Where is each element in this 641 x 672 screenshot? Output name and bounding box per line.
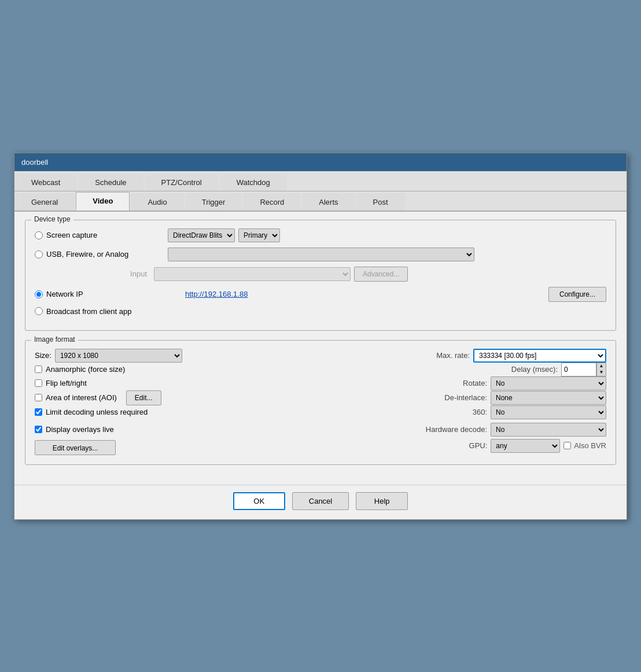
tab-general[interactable]: General [14, 193, 75, 211]
also-bvr-checkbox[interactable] [563, 442, 571, 449]
delay-label: Delay (msec): [511, 365, 558, 374]
size-col: Size: 640 x 480 1280 x 720 1920 x 1080 3… [35, 349, 318, 363]
tab-ptz-control[interactable]: PTZ/Control [145, 173, 219, 191]
tab-watchdog[interactable]: Watchdog [220, 173, 287, 191]
configure-button[interactable]: Configure... [548, 287, 606, 302]
network-ip-url[interactable]: http://192.168.1.88 [185, 290, 248, 298]
hwdecode-select[interactable]: No Yes [491, 423, 606, 437]
tab-record[interactable]: Record [243, 193, 301, 211]
image-format-label: Image format [31, 335, 78, 344]
anamorphic-col: Anamorphic (force size) [35, 365, 318, 374]
usb-device-select[interactable] [168, 248, 474, 261]
flip-col: Flip left/right [35, 379, 318, 387]
help-button[interactable]: Help [356, 492, 408, 510]
screen-capture-radio-label[interactable]: Screen capture [35, 231, 162, 239]
also-bvr-label[interactable]: Also BVR [563, 441, 606, 450]
size-label: Size: [35, 351, 51, 360]
anamorphic-check-label[interactable]: Anamorphic (force size) [35, 365, 125, 374]
limit-360-row: Limit decoding unless required 360: No Y… [35, 405, 606, 419]
flip-check-label[interactable]: Flip left/right [35, 379, 87, 387]
ok-button[interactable]: OK [233, 492, 285, 510]
edit-overlays-col: Edit overlays... [35, 437, 318, 455]
edit-overlays-button[interactable]: Edit overlays... [35, 440, 116, 455]
overlays-col: Display overlays live [35, 425, 318, 434]
limit-check-label[interactable]: Limit decoding unless required [35, 408, 148, 416]
screen-capture-radio[interactable] [35, 231, 43, 239]
tab-trigger[interactable]: Trigger [185, 193, 242, 211]
rotate-select[interactable]: No 90 CW 90 CCW 180 [491, 376, 606, 390]
display-overlays-checkbox[interactable] [35, 426, 42, 433]
delay-col: Delay (msec): 0 ▲ ▼ [323, 363, 606, 376]
input-row: Input Advanced... [35, 267, 606, 282]
usb-select-wrap [168, 248, 474, 261]
deinterlace-label: De-interlace: [444, 393, 487, 402]
network-ip-radio[interactable] [35, 290, 43, 298]
delay-down-btn[interactable]: ▼ [596, 370, 606, 376]
gpu-col: GPU: any Also BVR [323, 439, 606, 453]
network-ip-radio-label[interactable]: Network IP [35, 290, 162, 298]
gpu-label: GPU: [469, 441, 488, 450]
size-select[interactable]: 640 x 480 1280 x 720 1920 x 1080 3840 x … [55, 349, 182, 363]
device-type-group: Device type Screen capture DirectDraw Bl… [25, 220, 616, 331]
aoi-checkbox[interactable] [35, 394, 42, 401]
delay-spinner-wrap: 0 ▲ ▼ [561, 363, 606, 376]
size-maxrate-row: Size: 640 x 480 1280 x 720 1920 x 1080 3… [35, 349, 606, 363]
tab-alerts[interactable]: Alerts [302, 193, 355, 211]
hwdecode-label: Hardware decode: [426, 425, 487, 434]
aoi-check-label[interactable]: Area of interest (AOI) [35, 393, 117, 402]
delay-input[interactable]: 0 [561, 363, 596, 376]
broadcast-radio[interactable] [35, 307, 43, 315]
tab-schedule[interactable]: Schedule [78, 173, 143, 191]
usb-radio[interactable] [35, 250, 43, 259]
advanced-button[interactable]: Advanced... [354, 267, 408, 282]
limit-checkbox[interactable] [35, 408, 42, 416]
top-tab-row: Webcast Schedule PTZ/Control Watchdog [14, 171, 627, 191]
input-label: Input [35, 269, 150, 278]
primary-select[interactable]: Primary [238, 228, 280, 242]
delay-spinner: ▲ ▼ [596, 363, 606, 376]
display-overlays-text: Display overlays live [46, 425, 114, 434]
also-bvr-text: Also BVR [574, 441, 606, 450]
tab-post[interactable]: Post [356, 193, 405, 211]
input-select[interactable] [154, 267, 351, 281]
cancel-button[interactable]: Cancel [292, 492, 349, 510]
usb-row: USB, Firewire, or Analog [35, 248, 606, 261]
device-type-label: Device type [31, 215, 73, 223]
aoi-col: Area of interest (AOI) Edit... [35, 390, 318, 405]
deinterlace-select[interactable]: None Blend Bob [491, 391, 606, 405]
360-select[interactable]: No Yes [491, 405, 606, 419]
aoi-edit-button[interactable]: Edit... [126, 390, 161, 405]
maxrate-label: Max. rate: [436, 351, 470, 360]
overlays-hwdecode-row: Display overlays live Hardware decode: N… [35, 423, 606, 437]
tab-audio[interactable]: Audio [131, 193, 183, 211]
aoi-deinterlace-row: Area of interest (AOI) Edit... De-interl… [35, 390, 606, 405]
limit-col: Limit decoding unless required [35, 408, 318, 416]
tab-video[interactable]: Video [76, 192, 130, 211]
flip-rotate-row: Flip left/right Rotate: No 90 CW 90 CCW … [35, 376, 606, 390]
window-title: doorbell [21, 158, 48, 167]
broadcast-row: Broadcast from client app [35, 307, 606, 316]
screen-capture-text: Screen capture [46, 231, 97, 239]
delay-up-btn[interactable]: ▲ [596, 363, 606, 370]
gpu-select[interactable]: any [491, 439, 560, 453]
deinterlace-col: De-interlace: None Blend Bob [323, 391, 606, 405]
tab-webcast[interactable]: Webcast [14, 173, 77, 191]
broadcast-text: Broadcast from client app [46, 307, 131, 316]
anamorphic-delay-row: Anamorphic (force size) Delay (msec): 0 … [35, 363, 606, 376]
image-format-group: Image format Size: 640 x 480 1280 x 720 … [25, 340, 616, 465]
directdraw-select[interactable]: DirectDraw Blits GDI [168, 228, 235, 242]
dialog-window: doorbell Webcast Schedule PTZ/Control Wa… [14, 153, 627, 520]
maxrate-select[interactable]: 333334 [30.00 fps] 166667 [60.00 fps] [473, 349, 606, 363]
flip-checkbox[interactable] [35, 379, 42, 387]
edit-overlays-gpu-row: Edit overlays... GPU: any Also BVR [35, 437, 606, 455]
anamorphic-checkbox[interactable] [35, 365, 42, 373]
broadcast-radio-label[interactable]: Broadcast from client app [35, 307, 162, 316]
main-content: Device type Screen capture DirectDraw Bl… [14, 212, 627, 485]
anamorphic-text: Anamorphic (force size) [46, 365, 125, 374]
usb-radio-label[interactable]: USB, Firewire, or Analog [35, 250, 162, 259]
network-ip-row: Network IP http://192.168.1.88 Configure… [35, 287, 606, 302]
display-overlays-check-label[interactable]: Display overlays live [35, 425, 114, 434]
aoi-text: Area of interest (AOI) [46, 393, 117, 402]
rotate-label: Rotate: [463, 379, 487, 387]
360-label: 360: [473, 408, 487, 416]
